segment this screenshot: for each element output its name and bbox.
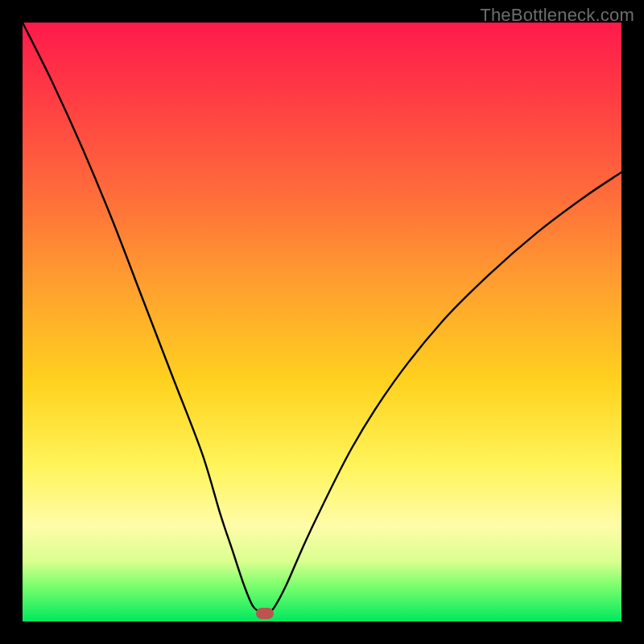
plot-area — [23, 23, 621, 621]
watermark-text: TheBottleneck.com — [480, 5, 634, 26]
chart-frame: TheBottleneck.com — [0, 0, 644, 644]
optimum-marker — [256, 608, 274, 619]
bottleneck-curve — [23, 23, 621, 621]
